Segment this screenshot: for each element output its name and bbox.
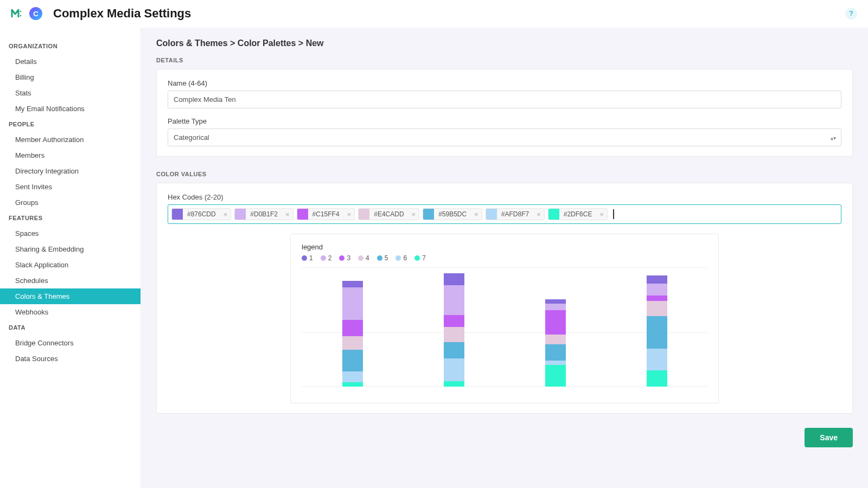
hex-chip-label: #876CDD (183, 210, 220, 218)
bar-segment (342, 281, 363, 287)
section-label-color-values: COLOR VALUES (156, 171, 853, 177)
hex-chip: #C15FF4× (297, 208, 355, 220)
bar-column (342, 281, 363, 387)
sidebar-item-colors-themes[interactable]: Colors & Themes (0, 288, 141, 304)
name-label: Name (4-64) (168, 79, 841, 87)
bar-segment (444, 315, 464, 327)
chip-remove-icon[interactable]: × (344, 210, 355, 219)
bar-segment (647, 301, 667, 316)
bar-segment (444, 381, 464, 387)
bar-segment (342, 287, 363, 320)
bar-segment (342, 350, 363, 371)
hex-chip: #AFD8F7× (486, 208, 545, 220)
legend-row: 1234567 (302, 254, 707, 262)
sidebar-heading: ORGANIZATION (0, 38, 141, 54)
sidebar-item-directory-integration[interactable]: Directory Integration (0, 163, 141, 179)
legend-item: 3 (339, 254, 350, 262)
bar-segment (647, 316, 667, 349)
sidebar-item-details[interactable]: Details (0, 54, 141, 69)
sidebar-item-member-authorization[interactable]: Member Authorization (0, 132, 141, 147)
legend-item: 4 (358, 254, 369, 262)
legend-title: legend (302, 243, 707, 251)
bar-segment (342, 320, 363, 336)
hex-chip-label: #AFD8F7 (497, 210, 533, 218)
main-content: Colors & Themes > Color Palettes > New D… (141, 28, 868, 488)
legend-dot-icon (358, 255, 363, 261)
legend-item: 7 (414, 254, 426, 262)
bar-segment (342, 382, 363, 387)
bar-segment (545, 361, 566, 365)
name-input[interactable] (168, 91, 841, 108)
color-swatch (423, 209, 434, 220)
sidebar-item-members[interactable]: Members (0, 147, 141, 163)
sidebar-item-webhooks[interactable]: Webhooks (0, 304, 141, 320)
page-title: Complex Media Settings (53, 7, 191, 21)
hex-chip: #59B5DC× (423, 208, 482, 220)
chip-remove-icon[interactable]: × (471, 210, 482, 219)
bar-segment (444, 327, 464, 342)
sidebar-item-slack-application[interactable]: Slack Application (0, 257, 141, 273)
text-cursor (613, 209, 614, 219)
hex-chip-label: #E4CADD (369, 210, 408, 218)
sidebar-heading: DATA (0, 320, 141, 335)
sidebar-item-sharing-embedding[interactable]: Sharing & Embedding (0, 241, 141, 257)
hex-codes-input[interactable]: #876CDD×#D0B1F2×#C15FF4×#E4CADD×#59B5DC×… (168, 204, 841, 224)
legend-dot-icon (321, 255, 326, 261)
sidebar-item-data-sources[interactable]: Data Sources (0, 351, 141, 367)
color-swatch (548, 209, 559, 220)
topbar: C Complex Media Settings ? (0, 0, 868, 28)
sidebar-item-bridge-connectors[interactable]: Bridge Connectors (0, 335, 141, 351)
bar-segment (545, 299, 566, 304)
save-button[interactable]: Save (805, 428, 853, 447)
palette-type-label: Palette Type (168, 117, 841, 125)
sidebar-heading: PEOPLE (0, 117, 141, 132)
bar-segment (647, 370, 667, 387)
hex-chip-label: #59B5DC (434, 210, 471, 218)
hex-chip-label: #D0B1F2 (246, 210, 282, 218)
palette-preview: legend 1234567 (168, 234, 841, 403)
section-label-details: DETAILS (156, 57, 853, 63)
sidebar-item-sent-invites[interactable]: Sent Invites (0, 179, 141, 195)
chip-remove-icon[interactable]: × (282, 210, 293, 219)
sidebar-item-spaces[interactable]: Spaces (0, 226, 141, 241)
bar-segment (444, 273, 464, 285)
color-swatch (359, 209, 369, 220)
bar-segment (444, 358, 464, 381)
color-swatch (235, 209, 246, 220)
color-values-panel: Hex Codes (2-20) #876CDD×#D0B1F2×#C15FF4… (156, 183, 853, 414)
bar-segment (444, 285, 464, 315)
hex-chip: #E4CADD× (358, 208, 419, 220)
chip-remove-icon[interactable]: × (409, 210, 419, 219)
legend-dot-icon (395, 255, 401, 261)
legend-item: 1 (302, 254, 313, 262)
hex-codes-label: Hex Codes (2-20) (168, 193, 841, 201)
legend-dot-icon (414, 255, 420, 261)
sidebar-heading: FEATURES (0, 210, 141, 226)
bar-segment (647, 284, 667, 296)
color-swatch (172, 209, 183, 220)
chip-remove-icon[interactable]: × (596, 210, 607, 219)
help-button[interactable]: ? (845, 8, 857, 20)
breadcrumb: Colors & Themes > Color Palettes > New (156, 38, 853, 48)
hex-chip: #D0B1F2× (234, 208, 293, 220)
bar-segment (342, 336, 363, 350)
sidebar-item-schedules[interactable]: Schedules (0, 273, 141, 288)
hex-chip: #876CDD× (171, 208, 231, 220)
sidebar-item-my-email-notifications[interactable]: My Email Notifications (0, 101, 141, 117)
sidebar-item-stats[interactable]: Stats (0, 85, 141, 101)
bar-segment (545, 310, 566, 335)
chip-remove-icon[interactable]: × (533, 210, 544, 219)
sidebar-item-billing[interactable]: Billing (0, 69, 141, 85)
legend-item: 5 (377, 254, 388, 262)
sidebar: ORGANIZATIONDetailsBillingStatsMy Email … (0, 28, 141, 488)
sidebar-item-groups[interactable]: Groups (0, 195, 141, 210)
bar-column (545, 299, 566, 387)
palette-type-select[interactable] (168, 129, 841, 146)
bar-segment (545, 344, 566, 361)
legend-item: 6 (395, 254, 407, 262)
hex-chip-label: #C15FF4 (308, 210, 344, 218)
color-swatch (297, 209, 308, 220)
hex-chip: #2DF6CE× (548, 208, 608, 220)
chip-remove-icon[interactable]: × (220, 210, 231, 219)
bar-segment (444, 342, 464, 358)
